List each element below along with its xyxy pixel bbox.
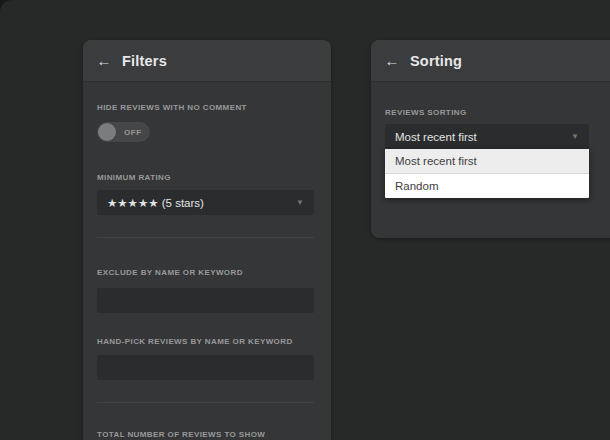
toggle-knob <box>98 123 116 141</box>
hand-pick-input[interactable] <box>97 355 314 380</box>
exclude-keyword-label: EXCLUDE BY NAME OR KEYWORD <box>97 268 243 277</box>
toggle-state-label: OFF <box>124 128 142 137</box>
section-divider <box>97 402 314 403</box>
filters-panel: ← Filters HIDE REVIEWS WITH NO COMMENT O… <box>83 40 331 440</box>
exclude-keyword-input[interactable] <box>97 288 314 313</box>
total-reviews-label: TOTAL NUMBER OF REVIEWS TO SHOW <box>97 430 265 439</box>
page-title-sorting: Sorting <box>410 53 462 69</box>
minimum-rating-label: MINIMUM RATING <box>97 173 171 182</box>
app-surface: ← Filters HIDE REVIEWS WITH NO COMMENT O… <box>0 0 610 440</box>
minimum-rating-value: ★★★★★ (5 stars) <box>107 196 290 210</box>
dropdown-option-random[interactable]: Random <box>385 174 589 198</box>
back-icon[interactable]: ← <box>384 53 400 69</box>
back-icon[interactable]: ← <box>96 53 112 69</box>
reviews-sorting-value: Most recent first <box>395 131 565 143</box>
chevron-down-icon: ▼ <box>571 133 579 141</box>
sorting-dropdown-menu: Most recent first Random <box>385 149 589 198</box>
filters-panel-header: ← Filters <box>83 40 331 82</box>
minimum-rating-select[interactable]: ★★★★★ (5 stars) ▼ <box>97 190 314 215</box>
reviews-sorting-select[interactable]: Most recent first ▼ <box>385 124 589 149</box>
sorting-panel-header: ← Sorting <box>371 40 610 82</box>
sorting-panel: ← Sorting REVIEWS SORTING Most recent fi… <box>371 40 610 238</box>
chevron-down-icon: ▼ <box>296 199 304 207</box>
page-title-filters: Filters <box>122 53 167 69</box>
hide-no-comment-toggle[interactable]: OFF <box>97 122 150 142</box>
dropdown-option-most-recent[interactable]: Most recent first <box>385 149 589 174</box>
section-divider <box>97 237 314 238</box>
reviews-sorting-label: REVIEWS SORTING <box>385 108 467 117</box>
hide-no-comment-label: HIDE REVIEWS WITH NO COMMENT <box>97 103 247 112</box>
hand-pick-label: HAND-PICK REVIEWS BY NAME OR KEYWORD <box>97 337 293 346</box>
